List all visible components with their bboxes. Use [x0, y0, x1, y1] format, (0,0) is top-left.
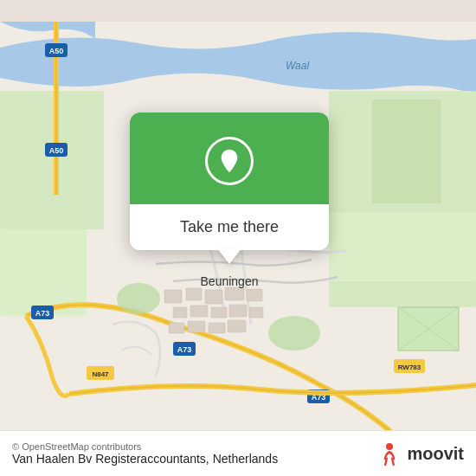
svg-rect-23	[205, 290, 222, 304]
take-me-there-button[interactable]: Take me there	[130, 204, 329, 250]
popup-top-section	[130, 113, 329, 204]
moovit-logo: moovit	[376, 440, 464, 467]
svg-rect-22	[186, 288, 202, 300]
svg-text:A73: A73	[35, 309, 50, 318]
popup-card: Take me there	[130, 113, 329, 250]
svg-rect-30	[249, 307, 263, 318]
location-name: Van Haalen Bv Registeraccountants, Nethe…	[12, 452, 278, 466]
svg-text:N847: N847	[92, 370, 109, 378]
svg-point-36	[117, 283, 160, 314]
svg-rect-24	[225, 287, 244, 300]
svg-rect-21	[164, 290, 182, 303]
svg-point-37	[268, 316, 320, 351]
moovit-text: moovit	[407, 444, 464, 464]
moovit-logo-icon	[376, 440, 403, 467]
bottom-left-info: © OpenStreetMap contributors Van Haalen …	[12, 441, 278, 466]
svg-rect-4	[329, 212, 476, 281]
svg-point-43	[386, 443, 393, 450]
svg-text:Waal: Waal	[286, 60, 309, 72]
bottom-bar: © OpenStreetMap contributors Van Haalen …	[0, 430, 476, 476]
svg-rect-28	[211, 307, 227, 318]
svg-rect-26	[173, 307, 187, 318]
svg-text:Beuningen: Beuningen	[201, 274, 259, 288]
svg-text:A50: A50	[49, 146, 64, 155]
svg-rect-33	[209, 323, 225, 333]
svg-rect-25	[247, 289, 262, 301]
location-pin-circle	[205, 137, 254, 185]
svg-rect-3	[372, 100, 441, 203]
svg-text:RW783: RW783	[398, 363, 421, 371]
svg-rect-31	[169, 323, 184, 333]
svg-rect-27	[190, 306, 208, 317]
svg-rect-5	[0, 91, 104, 229]
svg-rect-29	[229, 305, 247, 317]
location-pin-icon	[215, 147, 243, 175]
svg-text:A50: A50	[49, 47, 64, 55]
svg-rect-34	[228, 320, 246, 332]
map-container: Waal A50 A50 A73 A73 A73 N847	[0, 0, 476, 476]
copyright-text: © OpenStreetMap contributors	[12, 441, 278, 452]
svg-text:A73: A73	[177, 345, 192, 354]
svg-rect-32	[188, 321, 205, 332]
